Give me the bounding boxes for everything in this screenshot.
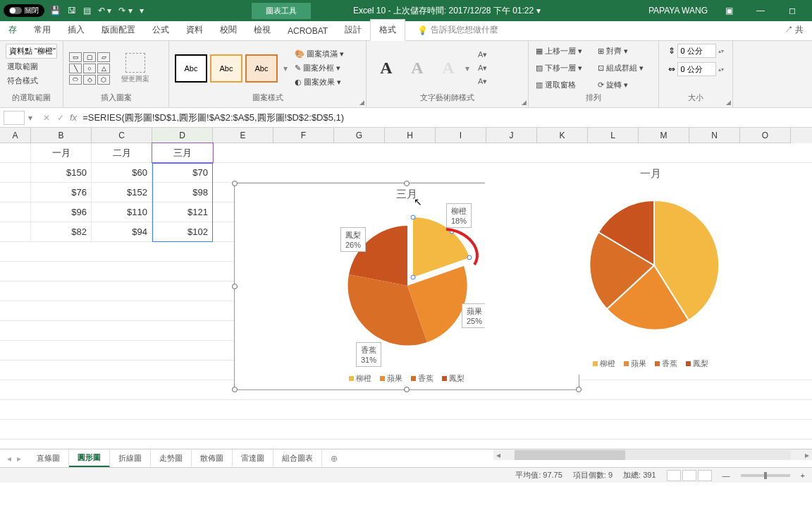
cell[interactable]: $94 xyxy=(92,222,152,241)
maximize-icon[interactable]: ◻ xyxy=(782,6,803,16)
dialog-launcher-icon[interactable]: ◢ xyxy=(522,99,527,106)
shape-style-2[interactable]: Abc xyxy=(210,54,242,83)
chart-january[interactable]: 一月 柳橙 蘋果 香蕉 鳳梨 xyxy=(485,163,812,375)
sheet-nav-next[interactable]: ▸ xyxy=(17,454,21,464)
tab-insert[interactable]: 插入 xyxy=(59,20,93,40)
bring-forward-button[interactable]: ▦ 上移一層 ▾ xyxy=(534,45,591,57)
qat-more-icon[interactable]: ▾ xyxy=(140,6,144,16)
share-button[interactable]: ↗ 共 xyxy=(776,20,812,40)
cell[interactable]: $60 xyxy=(92,163,152,182)
worksheet-grid[interactable]: A B C D E F G H I J K L M N O 一月 二月 三月 $… xyxy=(0,128,812,449)
text-effects-icon[interactable]: A▾ xyxy=(478,77,487,86)
touch-mode-icon[interactable]: ▤ xyxy=(83,6,91,16)
cell[interactable]: $96 xyxy=(31,202,92,222)
data-label[interactable]: 柳橙18% xyxy=(446,203,472,228)
tab-layout[interactable]: 版面配置 xyxy=(93,20,144,40)
cell[interactable]: $76 xyxy=(31,183,92,202)
text-outline-icon[interactable]: A▾ xyxy=(478,64,487,73)
autosave-toggle[interactable]: 關閉 xyxy=(4,4,44,17)
style-gallery-more[interactable]: ▾ xyxy=(281,64,290,73)
zoom-in-button[interactable]: + xyxy=(801,471,805,480)
wordart-style-2[interactable]: A xyxy=(403,54,431,83)
data-label[interactable]: 蘋果25% xyxy=(462,303,487,328)
selection-pane-button[interactable]: ▥ 選取窗格 xyxy=(534,79,591,91)
zoom-slider[interactable] xyxy=(741,474,790,477)
sheet-tab[interactable]: 散佈圖 xyxy=(192,450,233,466)
sheet-tab[interactable]: 走勢圖 xyxy=(151,450,192,466)
view-pagebreak-icon[interactable] xyxy=(698,470,712,481)
cell[interactable]: 二月 xyxy=(92,143,152,162)
cell[interactable]: $82 xyxy=(31,222,92,241)
col-header[interactable]: O xyxy=(740,128,791,143)
data-label[interactable]: 香蕉31% xyxy=(356,342,381,367)
col-header[interactable]: L xyxy=(588,128,639,143)
wordart-more[interactable]: ▾ xyxy=(465,64,475,73)
col-header[interactable]: H xyxy=(385,128,436,143)
formula-input[interactable]: =SERIES(圓形圖!$D$1,圓形圖!$A$2:$A$5,圓形圖!$D$2:… xyxy=(82,111,344,124)
cell[interactable]: 一月 xyxy=(31,143,92,162)
col-header[interactable]: D xyxy=(152,128,213,143)
sheet-tab[interactable]: 雷達圖 xyxy=(233,450,273,466)
save-icon[interactable]: 💾 xyxy=(50,6,61,16)
cell[interactable]: $98 xyxy=(152,183,213,202)
group-button[interactable]: ⊡ 組成群組 ▾ xyxy=(596,62,653,74)
fx-icon[interactable]: fx xyxy=(70,112,77,123)
selection-dropdown[interactable]: 資料點 "柳橙" xyxy=(6,44,57,59)
col-header[interactable]: N xyxy=(689,128,740,143)
col-header[interactable]: G xyxy=(334,128,385,143)
col-header[interactable]: F xyxy=(273,128,334,143)
cell[interactable]: $102 xyxy=(152,222,213,241)
cell[interactable]: $150 xyxy=(31,163,92,182)
dialog-launcher-icon[interactable]: ◢ xyxy=(726,99,731,106)
undo-icon[interactable]: ↶ ▾ xyxy=(98,6,111,16)
sheet-tab[interactable]: 圓形圖 xyxy=(69,449,110,467)
sheet-tab[interactable]: 組合圖表 xyxy=(273,450,322,466)
name-box[interactable] xyxy=(4,111,25,125)
ribbon-options-icon[interactable]: ▣ xyxy=(718,6,739,16)
dialog-launcher-icon[interactable]: ◢ xyxy=(359,99,364,106)
shape-fill-button[interactable]: 🎨 圖案填滿 ▾ xyxy=(293,48,345,60)
col-header[interactable]: E xyxy=(213,128,273,143)
chart-legend[interactable]: 柳橙 蘋果 香蕉 鳳梨 xyxy=(485,358,812,369)
tab-format[interactable]: 格式 xyxy=(370,19,405,41)
change-shape-icon[interactable] xyxy=(125,53,145,73)
enter-icon[interactable]: ✓ xyxy=(57,113,64,123)
align-button[interactable]: ⊞ 對齊 ▾ xyxy=(596,45,653,57)
sheet-tab[interactable]: 直條圖 xyxy=(28,450,69,466)
data-label[interactable]: 鳳梨26% xyxy=(340,227,366,252)
new-sheet-button[interactable]: ⊕ xyxy=(331,454,338,464)
zoom-out-button[interactable]: ― xyxy=(722,471,730,480)
col-header[interactable]: B xyxy=(31,128,92,143)
col-header[interactable]: A xyxy=(0,128,31,143)
save-as-icon[interactable]: 🖫 xyxy=(68,6,76,16)
reset-style-button[interactable]: 符合樣式 xyxy=(6,75,57,87)
shape-style-1[interactable]: Abc xyxy=(175,54,207,83)
horizontal-scrollbar[interactable]: ◂ ▸ xyxy=(493,449,812,460)
col-header[interactable]: M xyxy=(639,128,689,143)
change-shape-button[interactable]: 變更圖案 xyxy=(121,74,149,84)
col-header[interactable]: K xyxy=(537,128,588,143)
tab-design[interactable]: 設計 xyxy=(336,20,370,40)
col-header[interactable]: I xyxy=(436,128,486,143)
wordart-style-3[interactable]: A xyxy=(434,54,462,83)
redo-icon[interactable]: ↷ ▾ xyxy=(118,6,132,16)
cell[interactable]: $70 xyxy=(152,163,213,182)
cell[interactable]: $110 xyxy=(92,202,152,222)
text-fill-icon[interactable]: A▾ xyxy=(478,50,487,59)
cell[interactable]: 三月 xyxy=(152,143,213,162)
sheet-tab[interactable]: 折線圖 xyxy=(110,450,151,466)
shapes-gallery[interactable]: ▭▢▱ ╲○△ ⬭◇⬡ xyxy=(69,52,118,85)
shape-effects-button[interactable]: ◐ 圖案效果 ▾ xyxy=(293,76,345,88)
tab-acrobat[interactable]: ACROBAT xyxy=(279,22,336,40)
wordart-style-1[interactable]: A xyxy=(372,54,400,83)
chart-title[interactable]: 一月 xyxy=(485,167,812,181)
view-pagelayout-icon[interactable] xyxy=(682,470,696,481)
tab-file[interactable]: 存 xyxy=(0,20,25,40)
view-normal-icon[interactable] xyxy=(667,470,681,481)
tab-view[interactable]: 檢視 xyxy=(245,20,279,40)
tab-home[interactable]: 常用 xyxy=(25,20,59,40)
chart-legend[interactable]: 柳橙 蘋果 香蕉 鳳梨 xyxy=(235,373,579,384)
shape-outline-button[interactable]: ✎ 圖案外框 ▾ xyxy=(293,62,345,74)
sheet-nav-prev[interactable]: ◂ xyxy=(7,454,11,464)
tell-me-input[interactable]: 💡 告訴我您想做什麼 xyxy=(409,20,507,40)
